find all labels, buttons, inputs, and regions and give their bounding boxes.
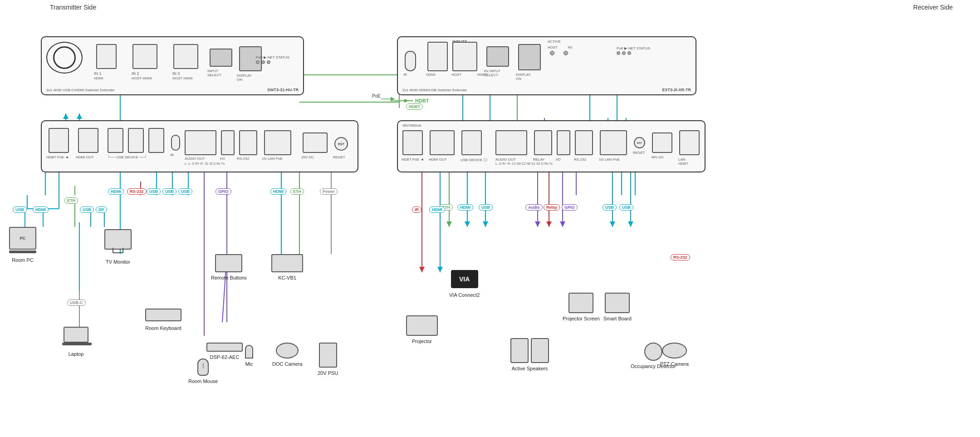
doc-camera-label: DOC Camera — [272, 361, 303, 367]
conn-rs232: RS-232 — [127, 188, 147, 195]
receiver-side-label: Receiver Side — [913, 4, 953, 11]
laptop-label: Laptop — [69, 351, 84, 357]
conn-hdmi-roompc: HDMI — [33, 206, 49, 213]
transmitter-lower-box: HDBT PoE ◄ HDMI OUT └── USB DEVICE ──┘ I… — [41, 120, 358, 172]
via-connect2-label: VIA Connect2 — [449, 292, 480, 298]
conn-usb-kb1: USB — [147, 188, 161, 195]
active-speakers-label: Active Speakers — [512, 365, 548, 372]
conn-usb-via: USB — [479, 204, 493, 211]
receiver-top-box: IR HDMI INPUTS HOST Rx INPUTSELECT DISPL… — [397, 36, 696, 95]
conn-hdmi-kc: HDMI — [270, 188, 286, 195]
doc-camera-device: DOC Camera — [272, 343, 303, 367]
dsp-label: DSP-62-AEC — [210, 354, 240, 360]
kc-vb1-device: KC-VB1 — [271, 254, 303, 281]
transmitter-top-box: IN 1HDMI IN 2HOST HDMI IN 3HOST HDMI INP… — [41, 36, 304, 95]
conn-ir-proj: IR — [412, 206, 421, 213]
conn-relay: Relay — [544, 204, 560, 211]
conn-usb-dp: USB — [80, 206, 94, 213]
conn-usb-roompc: USB — [13, 206, 27, 213]
conn-dp: DP — [96, 206, 107, 213]
smart-board-device: Smart Board — [603, 293, 632, 322]
conn-power: Power — [320, 188, 338, 195]
display-on-label: DISPLAYON — [237, 74, 252, 82]
ptz-camera-device: PTZ Camera — [660, 343, 689, 367]
conn-usb-kb3: USB — [178, 188, 192, 195]
kc-vb1-label: KC-VB1 — [278, 275, 296, 281]
dsp-device: DSP-62-AEC — [206, 343, 243, 360]
remote-buttons-device: Remote Buttons — [211, 254, 247, 281]
projector-screen-label: Projector Screen — [563, 315, 600, 322]
diagram-container: Transmitter Side Receiver Side — [0, 0, 980, 437]
projector-device: Projector — [406, 315, 438, 344]
in3-label: IN 3HOST HDMI — [172, 71, 193, 80]
conn-hdbt-main: HDBT — [406, 103, 423, 110]
room-keyboard-device: Room Keyboard — [145, 309, 181, 331]
conn-gpio: GPIO — [216, 188, 231, 195]
active-speakers-device: Active Speakers — [510, 338, 549, 372]
smart-board-label: Smart Board — [603, 315, 632, 322]
mic-label: Mic — [245, 361, 253, 367]
in2-label: IN 2HOST HDMI — [132, 71, 152, 80]
psu-20v-label: 20V PSU — [318, 370, 338, 376]
transmitter-top-desc: 3x1 4K60 USB-C/HDMI Switcher Extender — [46, 88, 115, 92]
room-keyboard-label: Room Keyboard — [145, 325, 181, 331]
ptz-camera-label: PTZ Camera — [660, 361, 689, 367]
conn-hdmi-proj: HDMI — [429, 206, 445, 213]
tv-monitor-label: TV Monitor — [106, 259, 130, 265]
room-mouse-device: Room Mouse — [188, 358, 218, 384]
conn-usbc-laptop: USB-C — [67, 300, 86, 306]
via-connect2-device: VIA VIA Connect2 — [449, 270, 480, 298]
conn-gpio-screen: GPIO — [562, 204, 578, 211]
receiver-lower-box: 48V/360mA HDBT PoE ◄ HDMI OUT USB DEVICE… — [397, 120, 706, 172]
conn-eth-roompc: ETH — [64, 197, 78, 204]
conn-rs232-ptz: RS-232 — [671, 254, 690, 260]
conn-hdmi-via: HDMI — [457, 204, 473, 211]
psu-20v-device: 20V PSU — [318, 343, 338, 376]
projector-screen-device: Projector Screen — [563, 293, 600, 322]
room-pc-label: Room PC — [12, 257, 34, 263]
room-mouse-label: Room Mouse — [188, 378, 218, 384]
conn-usb-sb1: USB — [603, 204, 617, 211]
conn-hdmi-tvmonitor: HDMI — [108, 188, 124, 195]
room-pc-device: PC Room PC — [9, 227, 36, 263]
transmitter-side-label: Transmitter Side — [50, 4, 96, 11]
via-logo: VIA — [451, 270, 478, 288]
conn-audio-screen: Audio — [525, 204, 543, 211]
conn-usb-sb2: USB — [619, 204, 633, 211]
remote-buttons-label: Remote Buttons — [211, 275, 247, 281]
receiver-top-model: EXT3-2I-XR-TR — [662, 88, 691, 92]
conn-eth-kc: ETH — [290, 188, 304, 195]
svg-text:PoE: PoE — [372, 93, 381, 98]
conn-usb-kb2: USB — [162, 188, 176, 195]
laptop-device: Laptop — [64, 327, 88, 357]
transmitter-top-model: SWT3-31-HU-TR — [267, 88, 299, 92]
in1-label: IN 1HDMI — [94, 71, 103, 80]
input-select-label: INPUTSELECT — [207, 69, 221, 77]
svg-text:HDBT: HDBT — [415, 98, 429, 103]
mic-device: Mic — [245, 345, 253, 367]
tv-monitor-device: TV Monitor — [104, 229, 132, 265]
projector-label: Projector — [412, 338, 432, 344]
